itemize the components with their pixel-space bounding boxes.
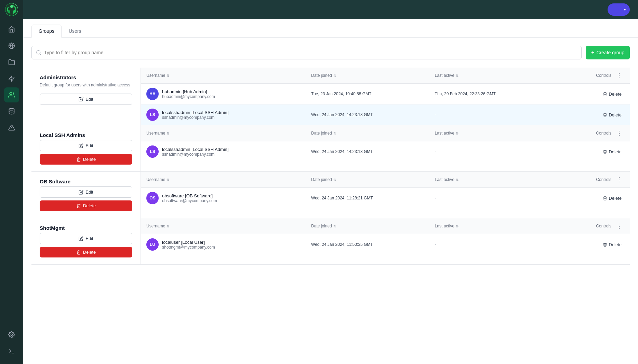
user-info: LU localuser [Local User] shotmgmt@mycom… (146, 238, 311, 251)
user-display-name: hubadmin [Hub Admin] (162, 89, 215, 94)
sidebar-item-terminal[interactable] (4, 344, 19, 359)
trash-icon (603, 242, 607, 247)
cell-last-active: - (435, 196, 559, 200)
tab-groups[interactable]: Groups (31, 25, 62, 38)
sort-icon-username: ⇅ (167, 74, 169, 78)
col-header-controls: Controls ⋮ (558, 175, 624, 184)
groups-list: Administrators Default group for users w… (31, 68, 630, 265)
svg-point-8 (10, 93, 12, 95)
sort-icon-last: ⇅ (456, 131, 458, 135)
edit-button[interactable]: Edit (40, 186, 132, 198)
svg-point-3 (13, 10, 16, 13)
edit-button[interactable]: Edit (40, 233, 132, 244)
col-header-last-active[interactable]: Last active ⇅ (435, 177, 559, 182)
sidebar-item-warning[interactable] (4, 120, 19, 135)
col-header-date-joined[interactable]: Date joined ⇅ (311, 224, 435, 228)
cell-controls: Delete (558, 90, 624, 98)
svg-point-14 (37, 51, 40, 54)
more-options-button[interactable]: ⋮ (614, 175, 624, 184)
cell-date-joined: Tue, 23 Jan 2024, 10:40:58 GMT (311, 92, 435, 96)
sort-icon-last: ⇅ (456, 178, 458, 182)
more-options-button[interactable]: ⋮ (614, 129, 624, 138)
col-header-date-joined[interactable]: Date joined ⇅ (311, 131, 435, 136)
user-menu[interactable]: ▾ (608, 3, 630, 16)
cell-date-joined: Wed, 24 Jan 2024, 14:23:18 GMT (311, 112, 435, 117)
col-header-username[interactable]: Username ⇅ (146, 177, 311, 182)
sidebar (0, 0, 23, 364)
group-section-ob-software: OB Software Edit Delete Username ⇅ Date … (31, 172, 630, 218)
user-details: hubadmin [Hub Admin] hubadmin@mycompany.… (162, 89, 215, 99)
sort-icon-date: ⇅ (333, 224, 336, 228)
sort-icon-date: ⇅ (333, 178, 336, 182)
row-delete-button[interactable]: Delete (600, 241, 624, 249)
row-delete-button[interactable]: Delete (600, 111, 624, 119)
more-options-button[interactable]: ⋮ (614, 222, 624, 230)
col-header-username[interactable]: Username ⇅ (146, 73, 311, 78)
delete-button[interactable]: Delete (40, 247, 132, 257)
sort-icon-last: ⇅ (456, 74, 458, 78)
user-email: hubadmin@mycompany.com (162, 94, 215, 99)
user-email: obsoftware@mycompany.com (162, 198, 217, 203)
sidebar-item-settings[interactable] (4, 327, 19, 342)
col-header-controls: Controls ⋮ (558, 71, 624, 80)
sidebar-item-globe[interactable] (4, 38, 19, 53)
col-header-last-active[interactable]: Last active ⇅ (435, 73, 559, 78)
col-header-last-active[interactable]: Last active ⇅ (435, 224, 559, 228)
search-input[interactable] (44, 50, 577, 55)
group-description: Default group for users with administrat… (40, 82, 132, 88)
search-box[interactable] (31, 46, 582, 59)
trash-icon (76, 157, 81, 162)
create-group-label: Create group (596, 50, 624, 55)
table-row: LS localsshadmin [Local SSH Admin] sshad… (141, 104, 630, 125)
user-email: shotmgmt@mycompany.com (162, 245, 215, 250)
col-header-last-active[interactable]: Last active ⇅ (435, 131, 559, 136)
tab-users[interactable]: Users (62, 25, 89, 38)
edit-icon (79, 143, 83, 148)
edit-button[interactable]: Edit (40, 94, 132, 105)
group-name: Administrators (40, 74, 132, 80)
sidebar-item-home[interactable] (4, 22, 19, 37)
row-delete-button[interactable]: Delete (600, 194, 624, 202)
row-delete-button[interactable]: Delete (600, 90, 624, 98)
col-header-username[interactable]: Username ⇅ (146, 131, 311, 136)
logo-icon (5, 3, 18, 16)
create-group-button[interactable]: + Create group (586, 46, 630, 59)
table-row: HA hubadmin [Hub Admin] hubadmin@mycompa… (141, 84, 630, 104)
cell-controls: Delete (558, 148, 624, 156)
logo[interactable] (0, 0, 23, 19)
col-header-date-joined[interactable]: Date joined ⇅ (311, 177, 435, 182)
search-create-row: + Create group (31, 46, 630, 59)
col-header-controls: Controls ⋮ (558, 129, 624, 138)
sidebar-item-database[interactable] (4, 104, 19, 119)
svg-point-12 (11, 334, 13, 336)
main-area: ▾ Groups Users + Create group Administra (23, 0, 638, 364)
sidebar-item-bolt[interactable] (4, 71, 19, 86)
delete-button[interactable]: Delete (40, 154, 132, 165)
cell-last-active: - (435, 242, 559, 247)
avatar: LS (146, 109, 159, 121)
delete-button[interactable]: Delete (40, 200, 132, 211)
group-section-local-ssh-admins: Local SSH Admins Edit Delete Username ⇅ … (31, 125, 630, 172)
user-info: LS localsshadmin [Local SSH Admin] sshad… (146, 145, 311, 158)
sidebar-item-users[interactable] (4, 87, 19, 102)
table-header: Username ⇅ Date joined ⇅ Last active ⇅ C… (141, 68, 630, 84)
content-inner: + Create group Administrators Default gr… (23, 38, 638, 273)
group-name: OB Software (40, 179, 132, 184)
more-options-button[interactable]: ⋮ (614, 71, 624, 80)
tabs-bar: Groups Users (23, 19, 638, 38)
user-email: sshadmin@mycompany.com (162, 115, 228, 120)
users-table-shotmgmt: Username ⇅ Date joined ⇅ Last active ⇅ C… (141, 218, 630, 264)
cell-date-joined: Wed, 24 Jan 2024, 11:50:35 GMT (311, 242, 435, 247)
cell-last-active: Thu, 29 Feb 2024, 22:33:26 GMT (435, 92, 559, 96)
avatar: OS (146, 192, 159, 204)
edit-button[interactable]: Edit (40, 140, 132, 151)
sidebar-item-folder[interactable] (4, 55, 19, 70)
edit-icon (79, 190, 83, 195)
col-header-controls: Controls ⋮ (558, 222, 624, 230)
group-section-shotmgmt: ShotMgmt Edit Delete Username ⇅ Date joi… (31, 218, 630, 265)
table-header: Username ⇅ Date joined ⇅ Last active ⇅ C… (141, 125, 630, 141)
col-header-date-joined[interactable]: Date joined ⇅ (311, 73, 435, 78)
row-delete-button[interactable]: Delete (600, 148, 624, 156)
avatar: HA (146, 88, 159, 100)
col-header-username[interactable]: Username ⇅ (146, 224, 311, 228)
